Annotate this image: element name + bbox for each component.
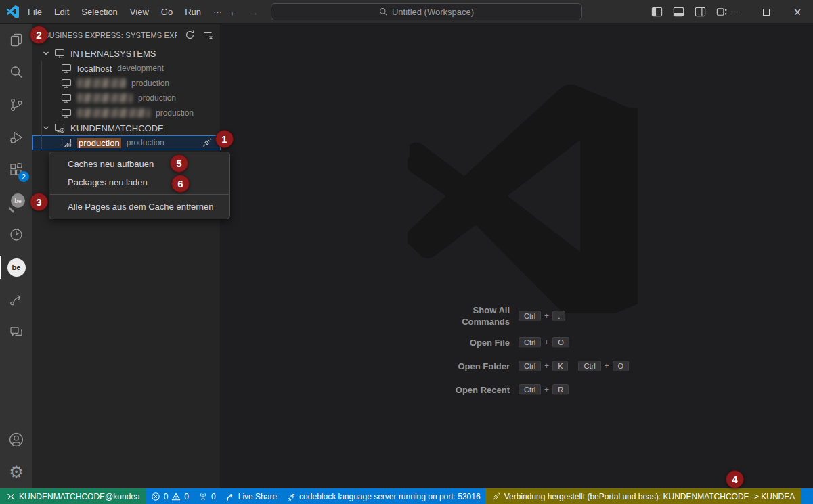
back-arrow-icon[interactable]: ← bbox=[229, 6, 240, 18]
server-monitor-icon bbox=[61, 63, 72, 74]
sidebar-item-source-control[interactable] bbox=[0, 89, 32, 121]
rocket-icon bbox=[286, 492, 296, 501]
tree-item-kundenmatchcode[interactable]: KUNDENMATCHCODE bbox=[32, 120, 221, 135]
tree-item-redacted-server[interactable]: production bbox=[32, 106, 221, 120]
connect-plug-icon[interactable] bbox=[202, 137, 213, 148]
redacted-server-name bbox=[77, 93, 133, 103]
watermark-shortcuts: Show All Commands Ctrl + . Open File Ctr… bbox=[435, 304, 629, 405]
menu-go[interactable]: Go bbox=[155, 4, 179, 20]
menubar: File Edit Selection View Go Run ⋯ bbox=[22, 0, 228, 24]
server-monitor-icon bbox=[61, 93, 72, 104]
redacted-server-name bbox=[77, 108, 150, 118]
account-icon bbox=[7, 431, 25, 449]
layout-controls bbox=[649, 0, 730, 24]
clear-filter-icon[interactable] bbox=[202, 30, 213, 41]
toggle-sidebar-icon[interactable] bbox=[649, 3, 665, 22]
key-o: O bbox=[613, 361, 630, 371]
chevron-down-icon[interactable] bbox=[42, 49, 50, 58]
shortcut-open-file: Open File Ctrl + O bbox=[435, 334, 629, 351]
refresh-icon[interactable] bbox=[185, 30, 195, 40]
key-o: O bbox=[552, 337, 569, 348]
forward-arrow-icon[interactable]: → bbox=[248, 6, 259, 18]
annotation-badge-2: 2 bbox=[30, 26, 48, 44]
sidebar-item-extensions[interactable]: 2 bbox=[0, 154, 32, 186]
tree-item-description: production bbox=[138, 93, 176, 103]
vscode-logo-icon bbox=[7, 5, 19, 18]
minimize-button[interactable]: – bbox=[720, 0, 751, 24]
tree-item-redacted-server[interactable]: production bbox=[32, 91, 221, 106]
sidebar-item-business-express[interactable]: be bbox=[0, 251, 32, 283]
menu-item-remove-all-pages-cache[interactable]: Alle Pages aus dem Cache entfernen bbox=[49, 198, 229, 216]
shortcut-show-all-commands: Show All Commands Ctrl + . bbox=[435, 304, 629, 327]
broadcast-tower-icon bbox=[198, 492, 208, 501]
tree-item-production-selected[interactable]: production production bbox=[32, 135, 221, 150]
key-ctrl: Ctrl bbox=[519, 311, 541, 321]
tree-item-description: development bbox=[117, 64, 164, 73]
extensions-count-badge: 2 bbox=[18, 171, 29, 182]
menu-selection[interactable]: Selection bbox=[75, 4, 123, 20]
annotation-badge-6: 6 bbox=[171, 175, 190, 193]
business-express-icon: be bbox=[7, 258, 26, 277]
tree-item-localhost[interactable]: localhost development bbox=[32, 61, 221, 76]
sidebar-item-feedback[interactable] bbox=[0, 316, 32, 348]
ports-indicator[interactable]: 0 bbox=[194, 488, 221, 504]
language-server-status[interactable]: codeblock language server running on por… bbox=[282, 488, 485, 504]
menu-run[interactable]: Run bbox=[179, 4, 207, 20]
server-monitor-dot-icon bbox=[61, 137, 72, 148]
menu-edit[interactable]: Edit bbox=[48, 4, 75, 20]
debug-icon bbox=[8, 129, 24, 145]
plus-separator: + bbox=[605, 361, 609, 371]
redacted-server-name bbox=[77, 78, 126, 88]
menu-view[interactable]: View bbox=[124, 4, 155, 20]
menu-item-rebuild-caches[interactable]: Caches neu aufbauen bbox=[49, 155, 229, 173]
chevron-down-icon[interactable] bbox=[42, 124, 50, 132]
sidebar-item-explorer[interactable] bbox=[0, 24, 32, 56]
gear-icon: ⚙ bbox=[9, 464, 24, 480]
plus-separator: + bbox=[544, 385, 549, 394]
maximize-button[interactable] bbox=[751, 0, 782, 24]
notifications-button[interactable] bbox=[801, 488, 813, 504]
error-count: 0 bbox=[164, 492, 169, 501]
sidebar-item-run-debug[interactable] bbox=[0, 121, 32, 154]
error-icon bbox=[151, 492, 160, 501]
toggle-panel-icon[interactable] bbox=[670, 3, 686, 22]
remote-indicator[interactable]: KUNDENMATCHCODE@kundea bbox=[0, 488, 146, 504]
sidebar-item-search[interactable] bbox=[0, 56, 32, 89]
tree-item-redacted-server[interactable]: production bbox=[32, 76, 221, 91]
key-k: K bbox=[552, 361, 568, 371]
sidebar-item-be-search[interactable]: be bbox=[0, 186, 32, 219]
plus-separator: + bbox=[544, 338, 549, 347]
key-dot: . bbox=[552, 311, 565, 321]
server-monitor-dot-icon bbox=[54, 122, 65, 133]
command-center-label: Untitled (Workspace) bbox=[392, 7, 474, 17]
tree-item-internalsystems[interactable]: INTERNALSYSTEMS bbox=[32, 46, 221, 61]
remote-icon bbox=[6, 492, 16, 501]
activity-bar: 2 be be ⚙ bbox=[0, 24, 32, 488]
live-share-button[interactable]: Live Share bbox=[221, 488, 282, 504]
sidebar-item-history[interactable] bbox=[0, 219, 32, 251]
settings-button[interactable]: ⚙ bbox=[0, 456, 32, 488]
menu-item-reload-packages[interactable]: Packages neu laden bbox=[49, 173, 229, 191]
remote-label: KUNDENMATCHCODE@kundea bbox=[19, 492, 140, 501]
account-button[interactable] bbox=[0, 423, 32, 456]
close-button[interactable]: ✕ bbox=[782, 0, 813, 24]
toggle-secondary-sidebar-icon[interactable] bbox=[692, 3, 708, 22]
key-ctrl: Ctrl bbox=[519, 337, 541, 348]
connection-status[interactable]: Verbindung hergestellt (bePortal und bea… bbox=[485, 488, 801, 504]
shortcut-label: Open Folder bbox=[435, 361, 510, 372]
command-center-search[interactable]: Untitled (Workspace) bbox=[271, 3, 582, 20]
key-ctrl: Ctrl bbox=[519, 384, 541, 395]
tree-item-description: production bbox=[131, 78, 169, 88]
shortcut-label: Show All Commands bbox=[435, 304, 510, 327]
menu-overflow[interactable]: ⋯ bbox=[207, 4, 228, 20]
problems-indicator[interactable]: 0 0 bbox=[146, 488, 194, 504]
warning-icon bbox=[171, 492, 181, 501]
history-navigation: ← → bbox=[229, 0, 259, 24]
menu-file[interactable]: File bbox=[22, 4, 48, 20]
vscode-watermark-logo bbox=[408, 83, 638, 313]
sidebar-item-share[interactable] bbox=[0, 283, 32, 316]
editor-area: Show All Commands Ctrl + . Open File Ctr… bbox=[221, 24, 813, 488]
files-icon bbox=[8, 32, 24, 48]
annotation-badge-4: 4 bbox=[726, 470, 744, 488]
status-bar: KUNDENMATCHCODE@kundea 0 0 0 Live Share … bbox=[0, 488, 813, 504]
